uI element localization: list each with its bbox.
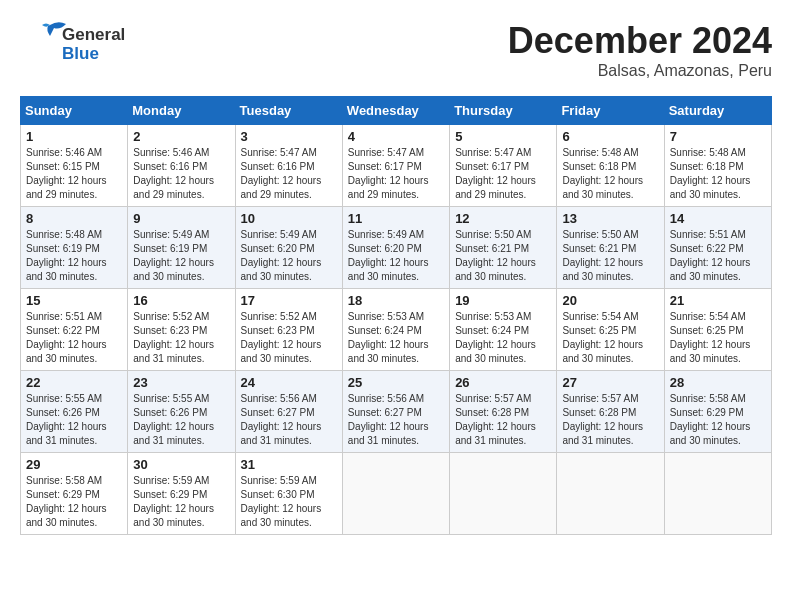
calendar-cell: 4 Sunrise: 5:47 AM Sunset: 6:17 PM Dayli… bbox=[342, 125, 449, 207]
daylight-label: Daylight: 12 hours and 30 minutes. bbox=[562, 257, 643, 282]
calendar-cell: 13 Sunrise: 5:50 AM Sunset: 6:21 PM Dayl… bbox=[557, 207, 664, 289]
daylight-label: Daylight: 12 hours and 30 minutes. bbox=[670, 339, 751, 364]
day-info: Sunrise: 5:56 AM Sunset: 6:27 PM Dayligh… bbox=[241, 392, 337, 448]
day-info: Sunrise: 5:52 AM Sunset: 6:23 PM Dayligh… bbox=[133, 310, 229, 366]
day-info: Sunrise: 5:47 AM Sunset: 6:17 PM Dayligh… bbox=[348, 146, 444, 202]
calendar-week-2: 8 Sunrise: 5:48 AM Sunset: 6:19 PM Dayli… bbox=[21, 207, 772, 289]
sunrise-label: Sunrise: 5:52 AM bbox=[133, 311, 209, 322]
day-info: Sunrise: 5:57 AM Sunset: 6:28 PM Dayligh… bbox=[455, 392, 551, 448]
day-info: Sunrise: 5:48 AM Sunset: 6:19 PM Dayligh… bbox=[26, 228, 122, 284]
sunset-label: Sunset: 6:24 PM bbox=[348, 325, 422, 336]
sunrise-label: Sunrise: 5:51 AM bbox=[670, 229, 746, 240]
day-number: 7 bbox=[670, 129, 766, 144]
sunset-label: Sunset: 6:28 PM bbox=[562, 407, 636, 418]
day-number: 23 bbox=[133, 375, 229, 390]
daylight-label: Daylight: 12 hours and 30 minutes. bbox=[26, 257, 107, 282]
daylight-label: Daylight: 12 hours and 30 minutes. bbox=[455, 339, 536, 364]
day-number: 27 bbox=[562, 375, 658, 390]
calendar-cell: 27 Sunrise: 5:57 AM Sunset: 6:28 PM Dayl… bbox=[557, 371, 664, 453]
sunrise-label: Sunrise: 5:54 AM bbox=[562, 311, 638, 322]
day-number: 24 bbox=[241, 375, 337, 390]
calendar-header-saturday: Saturday bbox=[664, 97, 771, 125]
calendar-cell: 2 Sunrise: 5:46 AM Sunset: 6:16 PM Dayli… bbox=[128, 125, 235, 207]
daylight-label: Daylight: 12 hours and 31 minutes. bbox=[348, 421, 429, 446]
day-info: Sunrise: 5:53 AM Sunset: 6:24 PM Dayligh… bbox=[348, 310, 444, 366]
day-info: Sunrise: 5:55 AM Sunset: 6:26 PM Dayligh… bbox=[26, 392, 122, 448]
calendar-week-1: 1 Sunrise: 5:46 AM Sunset: 6:15 PM Dayli… bbox=[21, 125, 772, 207]
sunrise-label: Sunrise: 5:47 AM bbox=[348, 147, 424, 158]
sunrise-label: Sunrise: 5:52 AM bbox=[241, 311, 317, 322]
daylight-label: Daylight: 12 hours and 30 minutes. bbox=[133, 257, 214, 282]
page-header: General Blue December 2024 Balsas, Amazo… bbox=[20, 20, 772, 80]
day-info: Sunrise: 5:56 AM Sunset: 6:27 PM Dayligh… bbox=[348, 392, 444, 448]
day-info: Sunrise: 5:52 AM Sunset: 6:23 PM Dayligh… bbox=[241, 310, 337, 366]
calendar-cell: 31 Sunrise: 5:59 AM Sunset: 6:30 PM Dayl… bbox=[235, 453, 342, 535]
day-number: 22 bbox=[26, 375, 122, 390]
sunset-label: Sunset: 6:19 PM bbox=[26, 243, 100, 254]
calendar-header-thursday: Thursday bbox=[450, 97, 557, 125]
day-number: 20 bbox=[562, 293, 658, 308]
day-number: 2 bbox=[133, 129, 229, 144]
day-info: Sunrise: 5:53 AM Sunset: 6:24 PM Dayligh… bbox=[455, 310, 551, 366]
day-number: 18 bbox=[348, 293, 444, 308]
day-number: 17 bbox=[241, 293, 337, 308]
sunset-label: Sunset: 6:29 PM bbox=[26, 489, 100, 500]
day-number: 30 bbox=[133, 457, 229, 472]
sunset-label: Sunset: 6:15 PM bbox=[26, 161, 100, 172]
daylight-label: Daylight: 12 hours and 30 minutes. bbox=[562, 175, 643, 200]
sunset-label: Sunset: 6:29 PM bbox=[670, 407, 744, 418]
sunrise-label: Sunrise: 5:59 AM bbox=[133, 475, 209, 486]
day-info: Sunrise: 5:48 AM Sunset: 6:18 PM Dayligh… bbox=[670, 146, 766, 202]
sunrise-label: Sunrise: 5:57 AM bbox=[562, 393, 638, 404]
daylight-label: Daylight: 12 hours and 30 minutes. bbox=[670, 257, 751, 282]
day-number: 11 bbox=[348, 211, 444, 226]
day-info: Sunrise: 5:47 AM Sunset: 6:16 PM Dayligh… bbox=[241, 146, 337, 202]
day-info: Sunrise: 5:59 AM Sunset: 6:30 PM Dayligh… bbox=[241, 474, 337, 530]
day-info: Sunrise: 5:49 AM Sunset: 6:20 PM Dayligh… bbox=[348, 228, 444, 284]
calendar-cell: 11 Sunrise: 5:49 AM Sunset: 6:20 PM Dayl… bbox=[342, 207, 449, 289]
month-title: December 2024 bbox=[508, 20, 772, 62]
sunrise-label: Sunrise: 5:49 AM bbox=[241, 229, 317, 240]
sunrise-label: Sunrise: 5:53 AM bbox=[348, 311, 424, 322]
logo: General Blue bbox=[20, 20, 125, 69]
sunset-label: Sunset: 6:24 PM bbox=[455, 325, 529, 336]
daylight-label: Daylight: 12 hours and 29 minutes. bbox=[455, 175, 536, 200]
daylight-label: Daylight: 12 hours and 29 minutes. bbox=[26, 175, 107, 200]
day-number: 26 bbox=[455, 375, 551, 390]
calendar-header-wednesday: Wednesday bbox=[342, 97, 449, 125]
calendar-header-tuesday: Tuesday bbox=[235, 97, 342, 125]
location: Balsas, Amazonas, Peru bbox=[508, 62, 772, 80]
daylight-label: Daylight: 12 hours and 31 minutes. bbox=[26, 421, 107, 446]
calendar-cell: 22 Sunrise: 5:55 AM Sunset: 6:26 PM Dayl… bbox=[21, 371, 128, 453]
calendar-cell: 30 Sunrise: 5:59 AM Sunset: 6:29 PM Dayl… bbox=[128, 453, 235, 535]
calendar-cell: 26 Sunrise: 5:57 AM Sunset: 6:28 PM Dayl… bbox=[450, 371, 557, 453]
day-number: 25 bbox=[348, 375, 444, 390]
day-info: Sunrise: 5:54 AM Sunset: 6:25 PM Dayligh… bbox=[670, 310, 766, 366]
calendar-cell: 29 Sunrise: 5:58 AM Sunset: 6:29 PM Dayl… bbox=[21, 453, 128, 535]
calendar-week-3: 15 Sunrise: 5:51 AM Sunset: 6:22 PM Dayl… bbox=[21, 289, 772, 371]
daylight-label: Daylight: 12 hours and 30 minutes. bbox=[562, 339, 643, 364]
day-number: 6 bbox=[562, 129, 658, 144]
day-info: Sunrise: 5:58 AM Sunset: 6:29 PM Dayligh… bbox=[26, 474, 122, 530]
calendar-cell: 25 Sunrise: 5:56 AM Sunset: 6:27 PM Dayl… bbox=[342, 371, 449, 453]
sunset-label: Sunset: 6:20 PM bbox=[241, 243, 315, 254]
calendar-cell: 23 Sunrise: 5:55 AM Sunset: 6:26 PM Dayl… bbox=[128, 371, 235, 453]
sunrise-label: Sunrise: 5:47 AM bbox=[455, 147, 531, 158]
calendar-cell: 7 Sunrise: 5:48 AM Sunset: 6:18 PM Dayli… bbox=[664, 125, 771, 207]
day-info: Sunrise: 5:58 AM Sunset: 6:29 PM Dayligh… bbox=[670, 392, 766, 448]
logo-bird-icon bbox=[20, 20, 70, 65]
calendar-week-5: 29 Sunrise: 5:58 AM Sunset: 6:29 PM Dayl… bbox=[21, 453, 772, 535]
calendar-cell: 21 Sunrise: 5:54 AM Sunset: 6:25 PM Dayl… bbox=[664, 289, 771, 371]
calendar-cell: 6 Sunrise: 5:48 AM Sunset: 6:18 PM Dayli… bbox=[557, 125, 664, 207]
calendar-cell bbox=[557, 453, 664, 535]
daylight-label: Daylight: 12 hours and 29 minutes. bbox=[241, 175, 322, 200]
sunset-label: Sunset: 6:27 PM bbox=[241, 407, 315, 418]
calendar-cell: 5 Sunrise: 5:47 AM Sunset: 6:17 PM Dayli… bbox=[450, 125, 557, 207]
sunrise-label: Sunrise: 5:50 AM bbox=[455, 229, 531, 240]
daylight-label: Daylight: 12 hours and 30 minutes. bbox=[241, 503, 322, 528]
sunset-label: Sunset: 6:21 PM bbox=[562, 243, 636, 254]
sunrise-label: Sunrise: 5:48 AM bbox=[670, 147, 746, 158]
day-info: Sunrise: 5:50 AM Sunset: 6:21 PM Dayligh… bbox=[562, 228, 658, 284]
calendar-cell bbox=[450, 453, 557, 535]
calendar-cell: 19 Sunrise: 5:53 AM Sunset: 6:24 PM Dayl… bbox=[450, 289, 557, 371]
